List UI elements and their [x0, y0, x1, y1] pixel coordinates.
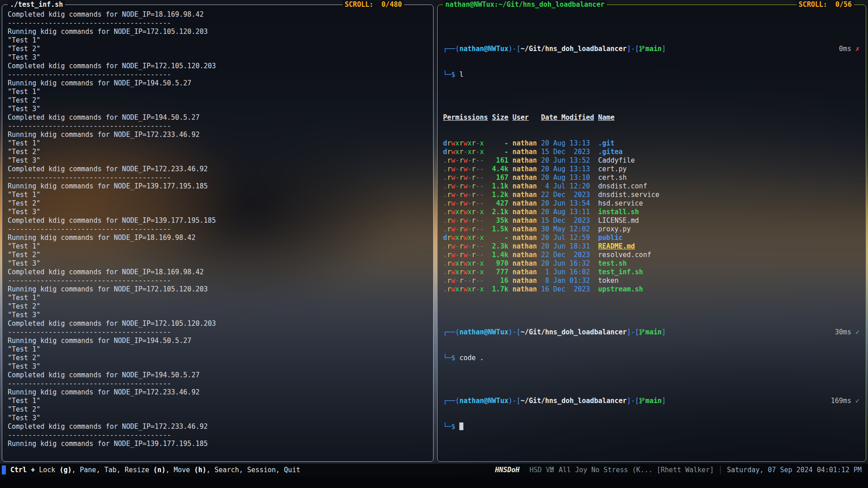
terminal-line: Completed kdig commands for NODE_IP=139.… — [8, 216, 428, 225]
prompt-path: ~/Git/hns_doh_loadbalancer — [521, 45, 627, 53]
file-permissions: .rw-rw-r-- — [443, 242, 488, 251]
file-date: 20 Aug 13:13 — [541, 165, 594, 174]
eza-column-header: Permissions — [443, 113, 488, 122]
terminal-line: Completed kdig commands for NODE_IP=18.1… — [8, 268, 428, 277]
prompt-path: ~/Git/hns_doh_loadbalancer — [521, 328, 627, 336]
clock: Saturday, 07 Sep 2024 04:01:12 PM — [727, 466, 862, 474]
file-date: 15 Dec 2023 — [541, 216, 594, 225]
file-date: 16 Dec 2023 — [541, 285, 594, 294]
file-name: cert.sh — [598, 174, 860, 182]
file-row: .rw-rw-r--1.2knathan22 Dec 2023dnsdist.s… — [443, 191, 860, 199]
file-date: 20 Jun 18:31 — [541, 242, 594, 251]
file-date: 22 Dec 2023 — [541, 251, 594, 259]
prompt-path: ~/Git/hns_doh_loadbalancer — [521, 397, 627, 405]
prompt-frame: ┌──( — [443, 397, 459, 405]
file-name: resolved.conf — [598, 251, 860, 259]
prompt-header: ┌──(nathan@NWTux)-[~/Git/hns_doh_loadbal… — [443, 328, 860, 337]
file-date: 20 Jun 16:32 — [541, 259, 594, 268]
file-row: .rwxrwxr-x970nathan20 Jun 16:32test.sh — [443, 259, 860, 268]
prompt-header: ┌──(nathan@NWTux)-[~/Git/hns_doh_loadbal… — [443, 45, 860, 53]
typed-command: code . — [459, 354, 484, 362]
terminal-line: "Test 2" — [8, 96, 428, 105]
terminal-line: ---------------------------------------- — [8, 174, 428, 182]
file-permissions: .rwxrwxr-x — [443, 268, 488, 277]
file-permissions: .rw-rw-r-- — [443, 182, 488, 191]
pane-left-test-script[interactable]: ./test_inf.sh SCROLL: 0/480 Completed kd… — [2, 5, 434, 462]
prompt-user-host: nathan@NWTux — [459, 397, 508, 405]
terminal-line: "Test 1" — [8, 294, 428, 302]
pane-right-shell[interactable]: nathan@NWTux:~/Git/hns_doh_loadbalancer … — [437, 5, 866, 462]
music-note-icon: ♪ — [550, 466, 554, 474]
file-row: .rw-rw-r--2.3knathan20 Jun 18:31README.m… — [443, 242, 860, 251]
terminal-line: ---------------------------------------- — [8, 431, 428, 440]
bottom-strip — [0, 476, 868, 488]
terminal-line: ---------------------------------------- — [8, 70, 428, 79]
file-name: cert.py — [598, 165, 860, 174]
keybind-hint: Ctrl + — [10, 466, 39, 474]
prompt-frame: ]-[ — [627, 328, 639, 336]
eza-column-header: User — [512, 113, 528, 122]
file-name: public — [598, 234, 860, 242]
terminal-line: "Test 3" — [8, 259, 428, 268]
terminal-line: Running kdig commands for NODE_IP=18.169… — [8, 234, 428, 242]
terminal-line: "Test 3" — [8, 105, 428, 113]
file-date: 20 Aug 13:13 — [541, 139, 594, 148]
git-branch-icon — [639, 398, 645, 404]
left-pane-content: Completed kdig commands for NODE_IP=18.1… — [2, 5, 433, 454]
file-row: .rwxrwxr-x1.7knathan16 Dec 2023upstream.… — [443, 285, 860, 294]
file-row: drwxrwxr-x-nathan20 Aug 13:13.git — [443, 139, 860, 148]
file-permissions: .rw-rw-r-- — [443, 199, 488, 208]
terminal-line: "Test 3" — [8, 156, 428, 165]
prompt-frame: ] — [662, 45, 666, 53]
terminal-line: "Test 3" — [8, 414, 428, 422]
file-row: .rwxrwxr-x2.1knathan20 Aug 13:11install.… — [443, 208, 860, 216]
terminal-line: "Test 1" — [8, 191, 428, 199]
file-owner: nathan — [512, 277, 537, 285]
file-owner: nathan — [512, 251, 537, 259]
file-permissions: .rw-r--r-- — [443, 277, 488, 285]
pane-right-title: nathan@NWTux:~/Git/hns_doh_loadbalancer — [443, 0, 607, 9]
file-size: 167 — [492, 174, 508, 182]
terminal-line: Completed kdig commands for NODE_IP=194.… — [8, 371, 428, 380]
file-permissions: .rwxrwxr-x — [443, 285, 488, 294]
file-owner: nathan — [512, 216, 537, 225]
file-permissions: .rw-rw-r-- — [443, 165, 488, 174]
git-branch-icon — [639, 329, 645, 335]
file-owner: nathan — [512, 148, 537, 156]
eza-rows: drwxrwxr-x-nathan20 Aug 13:13.gitdrwxr-x… — [443, 139, 860, 294]
statusbar-right: ♪ All Joy No Stress (K... [Rhett Walker]… — [550, 466, 862, 474]
git-branch-icon — [639, 46, 645, 52]
file-date: 15 Dec 2023 — [541, 148, 594, 156]
file-size: 1.1k — [492, 182, 508, 191]
prompt-command-line[interactable]: └─$ — [443, 422, 860, 431]
file-owner: nathan — [512, 285, 537, 294]
terminal-line: ---------------------------------------- — [8, 380, 428, 388]
prompt-frame: ] — [662, 328, 666, 336]
file-date: 20 Jun 13:52 — [541, 156, 594, 165]
file-permissions: drwxrwxr-x — [443, 139, 488, 148]
file-name: test_inf.sh — [598, 268, 860, 277]
keybind-hint: (h) — [194, 466, 206, 474]
file-row: drwxr-xr-x-nathan15 Dec 2023.gitea — [443, 148, 860, 156]
terminal-line: Completed kdig commands for NODE_IP=194.… — [8, 113, 428, 122]
prompt-frame: └─$ — [443, 422, 459, 431]
statusbar-hints: Ctrl + Lock (g), Pane, Tab, Resize (n), … — [10, 466, 300, 474]
file-permissions: .rwxrwxr-x — [443, 259, 488, 268]
file-owner: nathan — [512, 156, 537, 165]
file-size: 427 — [492, 199, 508, 208]
terminal-line: Completed kdig commands for NODE_IP=172.… — [8, 422, 428, 431]
git-branch: main — [639, 397, 662, 405]
terminal-line: "Test 2" — [8, 251, 428, 259]
terminal-line: "Test 3" — [8, 53, 428, 62]
file-date: 20 Jul 12:59 — [541, 234, 594, 242]
prompt-frame: )-[ — [509, 328, 521, 336]
file-row: .rw-rw-r--4.4knathan20 Aug 13:13cert.py — [443, 165, 860, 174]
file-permissions: drwxr-xr-x — [443, 148, 488, 156]
command-timer: 30ms ✓ — [835, 328, 859, 337]
file-owner: nathan — [512, 182, 537, 191]
file-owner: nathan — [512, 174, 537, 182]
file-owner: nathan — [512, 268, 537, 277]
file-owner: nathan — [512, 208, 537, 216]
eza-header: PermissionsSizeUserDate ModifiedName — [443, 113, 860, 122]
exit-status-icon: ✓ — [855, 328, 859, 336]
